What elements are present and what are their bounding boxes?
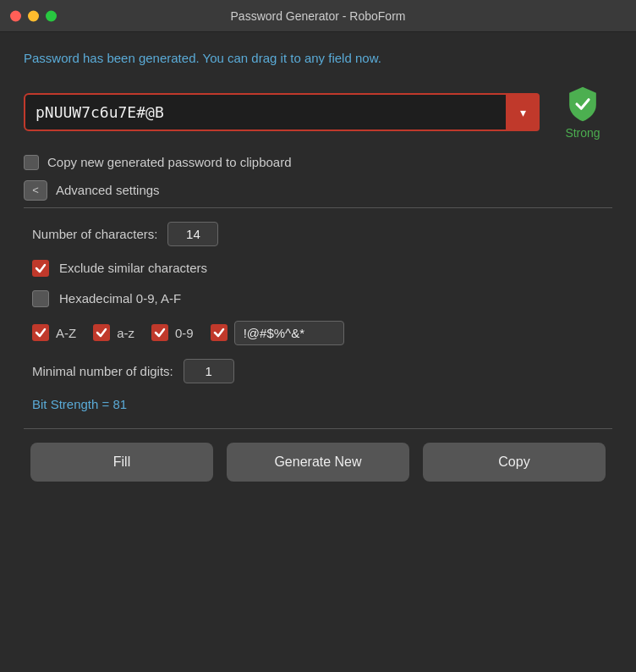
advanced-panel: Number of characters: Exclude similar ch… <box>24 222 612 411</box>
shield-icon <box>564 85 601 123</box>
digits-item: 0-9 <box>151 324 194 341</box>
password-input-wrapper: ▾ <box>24 93 540 131</box>
checkmark-icon <box>35 327 47 339</box>
exclude-similar-row: Exclude similar characters <box>32 260 612 277</box>
min-digits-input[interactable] <box>184 359 234 383</box>
num-chars-row: Number of characters: <box>32 222 612 246</box>
num-chars-input[interactable] <box>167 222 218 246</box>
password-row: ▾ Strong <box>24 85 612 140</box>
strength-label: Strong <box>565 126 600 140</box>
az-lower-label: a-z <box>117 326 134 340</box>
window-title: Password Generator - RoboForm <box>231 9 406 23</box>
hexdecimal-checkbox[interactable] <box>32 290 49 307</box>
digits-label: 0-9 <box>175 326 194 340</box>
checkmark-icon <box>213 327 225 339</box>
az-checkbox[interactable] <box>32 324 49 341</box>
title-bar: Password Generator - RoboForm <box>0 0 636 32</box>
exclude-similar-label: Exclude similar characters <box>59 261 207 275</box>
clipboard-checkbox-row: Copy new generated password to clipboard <box>24 155 612 170</box>
clipboard-checkbox-label: Copy new generated password to clipboard <box>47 155 292 169</box>
maximize-button[interactable] <box>46 10 57 21</box>
min-digits-label: Minimal number of digits: <box>32 364 173 378</box>
copy-button[interactable]: Copy <box>423 443 606 482</box>
hexdecimal-row: Hexadecimal 0-9, A-F <box>32 290 612 307</box>
special-chars-input[interactable] <box>234 321 344 345</box>
bit-strength: Bit Strength = 81 <box>32 397 612 411</box>
traffic-lights <box>10 10 57 21</box>
divider-bottom <box>24 428 612 429</box>
az-lower-item: a-z <box>93 324 134 341</box>
minimize-button[interactable] <box>28 10 39 21</box>
special-checkbox[interactable] <box>211 324 228 341</box>
chevron-down-icon: ▾ <box>520 106 526 119</box>
main-content: Password has been generated. You can dra… <box>0 32 636 498</box>
fill-button[interactable]: Fill <box>30 443 213 482</box>
checkmark-icon <box>96 327 107 339</box>
digits-checkbox[interactable] <box>151 324 168 341</box>
exclude-similar-checkbox[interactable] <box>32 260 49 277</box>
char-type-row: A-Z a-z 0-9 <box>32 321 612 345</box>
strength-badge: Strong <box>553 85 612 140</box>
toggle-arrow-icon: < <box>32 184 39 196</box>
az-item: A-Z <box>32 324 76 341</box>
generate-new-button[interactable]: Generate New <box>227 443 409 482</box>
special-item <box>211 321 344 345</box>
az-label: A-Z <box>56 326 76 340</box>
button-row: Fill Generate New Copy <box>24 443 612 482</box>
checkmark-icon <box>154 327 166 339</box>
close-button[interactable] <box>10 10 21 21</box>
min-digits-row: Minimal number of digits: <box>32 359 612 383</box>
divider-top <box>24 207 612 208</box>
advanced-toggle-row: < Advanced settings <box>24 180 612 201</box>
info-text: Password has been generated. You can dra… <box>24 49 612 69</box>
advanced-toggle-button[interactable]: < <box>24 180 47 201</box>
advanced-settings-label: Advanced settings <box>56 183 160 197</box>
password-dropdown-button[interactable]: ▾ <box>506 93 540 131</box>
az-lower-checkbox[interactable] <box>93 324 110 341</box>
password-input[interactable] <box>24 93 540 131</box>
hexdecimal-label: Hexadecimal 0-9, A-F <box>59 291 181 306</box>
num-chars-label: Number of characters: <box>32 227 157 241</box>
checkmark-icon <box>35 262 47 274</box>
clipboard-checkbox[interactable] <box>24 155 39 170</box>
